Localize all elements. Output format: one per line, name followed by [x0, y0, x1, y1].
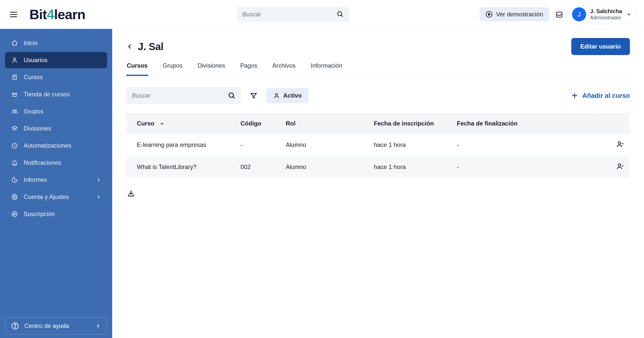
back-button[interactable]	[126, 43, 133, 50]
sidebar-item-label: Informes	[24, 176, 47, 183]
demo-button-label: Ver demostración	[496, 11, 543, 18]
column-header-course[interactable]: Curso	[126, 113, 234, 134]
breadcrumb: J. Sal	[126, 41, 164, 52]
tab-archivos[interactable]: Archivos	[272, 62, 296, 76]
svg-line-1	[341, 15, 343, 17]
search-icon[interactable]	[337, 11, 344, 18]
table-row[interactable]: E-learning para empresas-Alumnohace 1 ho…	[126, 134, 630, 156]
sidebar-item-user[interactable]: Usuarios	[5, 52, 107, 68]
status-filter-label: Activo	[283, 92, 302, 99]
sidebar-item-automation[interactable]: Automatizaciones	[5, 138, 107, 154]
app-header: Bit4learn Ver demostración J J. Salchich…	[0, 0, 644, 29]
cell-course: What is TalentLibrary?	[126, 156, 234, 178]
svg-marker-20	[251, 93, 257, 98]
bell-icon	[11, 159, 18, 166]
brand-part2: learn	[54, 7, 85, 22]
sidebar-item-label: Usuarios	[24, 57, 48, 64]
chevron-right-icon	[95, 323, 101, 329]
sidebar-item-subscription[interactable]: Suscripción	[5, 206, 107, 222]
sidebar-item-store[interactable]: Tienda de cursos	[5, 86, 107, 102]
help-center-button[interactable]: Centro de ayuda	[5, 317, 107, 334]
edit-user-button[interactable]: Editar usuario	[571, 38, 630, 55]
brand-logo: Bit4learn	[29, 7, 85, 22]
cell-completed: -	[451, 134, 610, 156]
sidebar-item-book[interactable]: Cursos	[5, 69, 107, 85]
settings-icon	[11, 193, 18, 200]
sidebar-item-group[interactable]: Grupos	[5, 103, 107, 119]
sidebar-item-pie[interactable]: Informes	[5, 172, 107, 188]
status-filter-chip[interactable]: Activo	[266, 88, 309, 103]
svg-marker-3	[489, 13, 490, 15]
column-header-completed[interactable]: Fecha de finalización	[451, 113, 610, 134]
user-menu-button[interactable]: J J. Salchicha Administrador	[569, 5, 636, 24]
menu-toggle-button[interactable]	[10, 11, 17, 18]
svg-point-11	[15, 110, 17, 112]
store-icon	[11, 91, 18, 98]
svg-point-18	[229, 93, 233, 97]
unenroll-button[interactable]	[616, 140, 624, 148]
user-icon	[273, 92, 280, 99]
sidebar-item-label: Cuenta y Ajustes	[24, 193, 69, 200]
home-icon	[11, 39, 18, 47]
subscription-icon	[11, 210, 18, 218]
table-row[interactable]: What is TalentLibrary?002Alumnohace 1 ho…	[126, 156, 630, 178]
cell-code: -	[234, 134, 280, 156]
chevron-right-icon	[96, 177, 101, 182]
cell-role: Alumno	[280, 134, 368, 156]
avatar: J	[572, 7, 586, 21]
automation-icon	[11, 142, 18, 149]
cell-course: E-learning para empresas	[126, 134, 234, 156]
search-icon[interactable]	[228, 92, 235, 99]
svg-rect-9	[13, 94, 16, 97]
courses-search-input[interactable]	[132, 92, 228, 99]
sidebar-item-home[interactable]: Inicio	[5, 35, 107, 51]
user-name: J. Salchicha	[590, 8, 622, 15]
pie-icon	[11, 176, 18, 183]
add-to-course-label: Añadir al curso	[582, 92, 630, 100]
tab-información[interactable]: Información	[310, 62, 343, 76]
unenroll-button[interactable]	[616, 162, 624, 170]
svg-marker-12	[12, 126, 17, 129]
tab-grupos[interactable]: Grupos	[162, 62, 183, 76]
export-button[interactable]	[126, 189, 136, 198]
column-header-code[interactable]: Código	[234, 113, 280, 134]
global-search[interactable]	[237, 7, 349, 22]
chevron-down-icon	[626, 12, 632, 17]
tab-cursos[interactable]: Cursos	[126, 62, 148, 76]
column-header-role[interactable]: Rol	[280, 113, 368, 134]
cell-completed: -	[451, 156, 610, 178]
sidebar-item-label: Inicio	[24, 39, 38, 47]
courses-search[interactable]	[126, 87, 241, 104]
user-role: Administrador	[590, 15, 622, 21]
sidebar-item-settings[interactable]: Cuenta y Ajustes	[5, 189, 107, 205]
global-search-input[interactable]	[242, 11, 337, 18]
add-to-course-button[interactable]: Añadir al curso	[571, 92, 630, 100]
inbox-button[interactable]	[555, 10, 563, 18]
svg-line-19	[233, 97, 234, 98]
sidebar-item-layers[interactable]: Divisiones	[5, 120, 107, 137]
main-content: J. Sal Editar usuario CursosGruposDivisi…	[112, 29, 644, 338]
cell-enrolled: hace 1 hora	[368, 134, 451, 156]
svg-point-5	[14, 58, 16, 60]
sidebar-item-bell[interactable]: Notificaciones	[5, 155, 107, 171]
brand-accent: 4	[47, 7, 54, 22]
group-icon	[11, 108, 18, 115]
filter-button[interactable]	[248, 90, 259, 101]
sidebar-item-label: Suscripción	[24, 210, 55, 218]
demo-button[interactable]: Ver demostración	[479, 7, 549, 21]
svg-point-10	[13, 110, 14, 112]
sidebar: InicioUsuariosCursosTienda de cursosGrup…	[0, 29, 112, 338]
page-title: J. Sal	[138, 41, 164, 52]
sort-asc-icon	[159, 121, 165, 126]
cell-enrolled: hace 1 hora	[368, 156, 451, 178]
column-header-enrolled[interactable]: Fecha de inscripción	[368, 113, 451, 134]
svg-point-24	[618, 142, 621, 144]
layers-icon	[11, 125, 18, 132]
help-center-label: Centro de ayuda	[24, 322, 69, 329]
svg-point-15	[12, 212, 17, 217]
tab-divisiones[interactable]: Divisiones	[197, 62, 225, 76]
courses-toolbar: Activo Añadir al curso	[126, 87, 630, 104]
tab-pagos[interactable]: Pagos	[240, 62, 258, 76]
user-icon	[11, 57, 18, 64]
sidebar-item-label: Divisiones	[24, 125, 51, 132]
